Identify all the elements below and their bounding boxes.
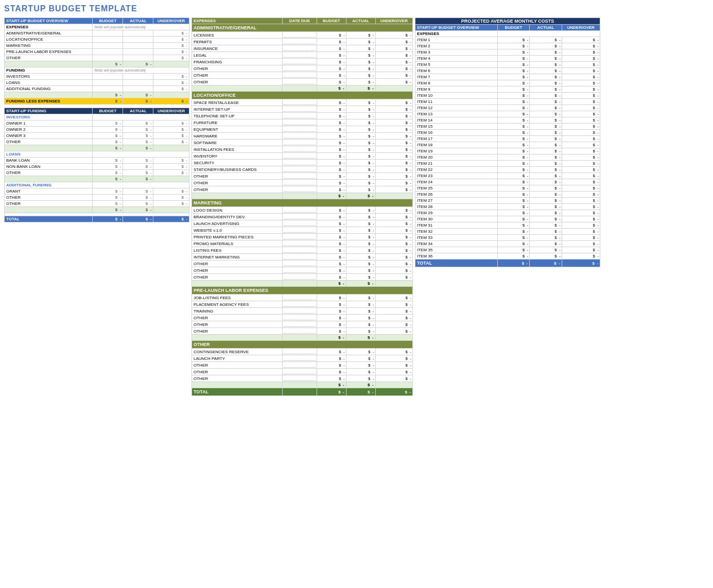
rp-actual-23[interactable]: $ - [530,179,562,185]
rp-actual-6[interactable]: $ - [530,74,562,80]
rp-actual-34[interactable]: $ - [530,247,562,253]
actual-2-0[interactable]: $ - [346,207,375,214]
expense-admin-budget[interactable] [93,30,123,37]
add-other1-actual[interactable]: $ - [123,195,153,201]
budget-2-7[interactable]: $ - [317,254,346,261]
rp-budget-4[interactable]: $ - [497,62,530,68]
expense-location-budget[interactable] [93,37,123,43]
loan-other-budget[interactable]: $ - [93,170,123,176]
rp-budget-33[interactable]: $ - [497,241,530,247]
rp-budget-18[interactable]: $ - [497,148,530,154]
rp-budget-9[interactable]: $ - [497,93,530,99]
budget-2-5[interactable]: $ - [317,240,346,247]
date-1-5[interactable] [282,133,317,140]
expense-other-budget[interactable] [93,55,123,61]
date-3-2[interactable] [282,308,317,315]
budget-2-2[interactable]: $ - [317,220,346,227]
budget-1-10[interactable]: $ - [317,166,346,173]
actual-1-7[interactable]: $ - [346,146,375,153]
rp-actual-35[interactable]: $ - [530,253,562,260]
expense-other-actual[interactable] [123,55,153,61]
rp-actual-9[interactable]: $ - [530,93,562,99]
budget-1-8[interactable]: $ - [317,153,346,160]
budget-0-2[interactable]: $ - [317,45,346,52]
date-1-1[interactable] [282,106,317,113]
date-1-9[interactable] [282,160,317,166]
rp-actual-13[interactable]: $ - [530,117,562,124]
rp-actual-17[interactable]: $ - [530,142,562,148]
actual-3-2[interactable]: $ - [346,308,375,315]
actual-2-7[interactable]: $ - [346,254,375,261]
rp-budget-10[interactable]: $ - [497,99,530,105]
rp-actual-11[interactable]: $ - [530,105,562,111]
actual-0-5[interactable]: $ - [346,65,375,72]
rp-budget-29[interactable]: $ - [497,216,530,222]
date-1-3[interactable] [282,119,317,126]
actual-1-12[interactable]: $ - [346,180,375,186]
rp-actual-18[interactable]: $ - [530,148,562,154]
rp-budget-32[interactable]: $ - [497,235,530,241]
actual-1-9[interactable]: $ - [346,160,375,166]
budget-3-1[interactable]: $ - [317,301,346,308]
rp-actual-7[interactable]: $ - [530,80,562,87]
date-0-3[interactable] [282,52,317,59]
rp-actual-20[interactable]: $ - [530,161,562,167]
rp-actual-8[interactable]: $ - [530,87,562,93]
rp-budget-20[interactable]: $ - [497,161,530,167]
budget-3-3[interactable]: $ - [317,315,346,321]
actual-2-9[interactable]: $ - [346,267,375,274]
actual-3-3[interactable]: $ - [346,315,375,321]
rp-budget-27[interactable]: $ - [497,204,530,210]
rp-budget-13[interactable]: $ - [497,117,530,124]
rp-budget-25[interactable]: $ - [497,192,530,198]
actual-0-3[interactable]: $ - [346,52,375,59]
rp-budget-15[interactable]: $ - [497,130,530,136]
budget-0-6[interactable]: $ - [317,72,346,79]
budget-1-9[interactable]: $ - [317,160,346,166]
actual-2-5[interactable]: $ - [346,240,375,247]
date-4-0[interactable] [282,349,317,355]
rp-actual-30[interactable]: $ - [530,222,562,229]
budget-1-5[interactable]: $ - [317,133,346,140]
expense-location-actual[interactable] [123,37,153,43]
rp-actual-24[interactable]: $ - [530,185,562,192]
date-0-7[interactable] [282,79,317,85]
budget-0-3[interactable]: $ - [317,52,346,59]
actual-1-10[interactable]: $ - [346,166,375,173]
date-1-12[interactable] [282,180,317,186]
actual-4-1[interactable]: $ - [346,355,375,362]
date-3-0[interactable] [282,295,317,301]
date-4-1[interactable] [282,355,317,362]
rp-budget-24[interactable]: $ - [497,185,530,192]
actual-0-0[interactable]: $ - [346,32,375,39]
rp-actual-16[interactable]: $ - [530,136,562,142]
date-4-4[interactable] [282,375,317,382]
actual-1-3[interactable]: $ - [346,119,375,126]
actual-0-4[interactable]: $ - [346,59,375,65]
budget-1-0[interactable]: $ - [317,99,346,106]
rp-budget-34[interactable]: $ - [497,247,530,253]
budget-2-0[interactable]: $ - [317,207,346,214]
rp-actual-10[interactable]: $ - [530,99,562,105]
rp-budget-3[interactable]: $ - [497,56,530,62]
budget-1-13[interactable]: $ - [317,186,346,193]
rp-budget-8[interactable]: $ - [497,87,530,93]
actual-3-5[interactable]: $ - [346,328,375,335]
budget-2-10[interactable]: $ - [317,274,346,281]
actual-1-8[interactable]: $ - [346,153,375,160]
budget-0-0[interactable]: $ - [317,32,346,39]
grant-actual[interactable]: $ - [123,188,153,195]
actual-2-4[interactable]: $ - [346,234,375,240]
actual-2-10[interactable]: $ - [346,274,375,281]
owner2-budget[interactable]: $ - [93,127,123,133]
actual-0-1[interactable]: $ - [346,39,375,45]
rp-actual-31[interactable]: $ - [530,229,562,235]
date-2-2[interactable] [282,220,317,227]
budget-1-12[interactable]: $ - [317,180,346,186]
budget-2-6[interactable]: $ - [317,247,346,254]
rp-actual-21[interactable]: $ - [530,167,562,173]
add-other2-budget[interactable]: $ - [93,201,123,207]
date-2-6[interactable] [282,247,317,254]
rp-actual-15[interactable]: $ - [530,130,562,136]
rp-budget-1[interactable]: $ - [497,43,530,49]
